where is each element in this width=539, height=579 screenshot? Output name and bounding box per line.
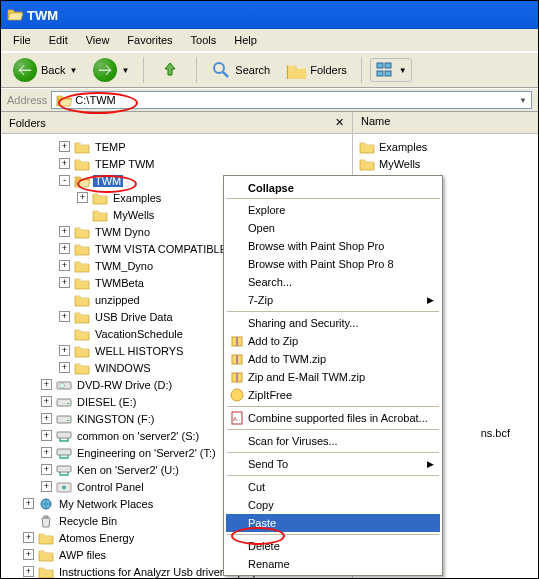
context-menu: CollapseExploreOpenBrowse with Paint Sho…	[223, 175, 443, 576]
ctx-item-sharing-and-security[interactable]: Sharing and Security...	[226, 314, 440, 332]
collapse-icon[interactable]: -	[59, 175, 70, 186]
title-bar: TWM	[1, 1, 538, 29]
window-folder-icon	[7, 7, 23, 23]
expand-icon[interactable]: +	[59, 226, 70, 237]
expand-icon[interactable]: +	[59, 260, 70, 271]
expand-icon[interactable]: +	[59, 362, 70, 373]
menu-favorites[interactable]: Favorites	[121, 32, 178, 48]
ctx-item-combine-supported-files-in-acrobat[interactable]: ACombine supported files in Acrobat...	[226, 409, 440, 427]
expand-icon[interactable]: +	[41, 481, 52, 492]
expand-icon[interactable]: +	[23, 566, 34, 577]
ctx-item-paste[interactable]: Paste	[226, 514, 440, 532]
svg-point-8	[214, 63, 224, 73]
folder-icon	[38, 548, 54, 562]
menu-bar: File Edit View Favorites Tools Help	[1, 29, 538, 52]
expand-icon[interactable]: +	[77, 192, 88, 203]
drive-net-icon	[56, 446, 72, 460]
expand-icon[interactable]: +	[23, 532, 34, 543]
expand-icon[interactable]: +	[41, 379, 52, 390]
svg-line-9	[223, 72, 228, 77]
menu-file[interactable]: File	[7, 32, 37, 48]
tree-node-label: common on 'server2' (S:)	[75, 430, 201, 442]
ctx-item-zip-and-e-mail-twm-zip[interactable]: Zip and E-Mail TWM.zip	[226, 368, 440, 386]
views-button[interactable]: ▼	[370, 58, 412, 82]
expand-icon[interactable]: +	[41, 464, 52, 475]
menu-tools[interactable]: Tools	[185, 32, 223, 48]
ctx-separator	[227, 534, 439, 535]
folder-icon	[74, 259, 90, 273]
tree-node-label: USB Drive Data	[93, 311, 175, 323]
forward-button[interactable]: 🡢 ▼	[87, 55, 135, 85]
drive-icon	[56, 395, 72, 409]
svg-point-20	[231, 389, 243, 401]
ctx-item-search[interactable]: Search...	[226, 273, 440, 291]
ctx-item-open[interactable]: Open	[226, 219, 440, 237]
list-item[interactable]: Examples	[359, 138, 532, 155]
expand-icon[interactable]: +	[59, 277, 70, 288]
submenu-arrow-icon: ▶	[427, 459, 434, 469]
pdf-icon: A	[229, 410, 245, 426]
expand-icon[interactable]: +	[23, 549, 34, 560]
expand-icon[interactable]: +	[59, 158, 70, 169]
expand-icon[interactable]: +	[23, 498, 34, 509]
folders-button[interactable]: Folders	[280, 58, 353, 82]
tree-node-label: KINGSTON (F:)	[75, 413, 156, 425]
address-field[interactable]: C:\TWM ▼	[51, 91, 532, 109]
folder-icon	[74, 140, 90, 154]
expand-icon[interactable]: +	[41, 430, 52, 441]
ctx-item-add-to-twm-zip[interactable]: Add to TWM.zip	[226, 350, 440, 368]
spacer	[59, 328, 70, 339]
ctx-item-add-to-zip[interactable]: Add to Zip	[226, 332, 440, 350]
ctx-item-copy[interactable]: Copy	[226, 496, 440, 514]
expand-icon[interactable]: +	[41, 447, 52, 458]
tree-node-label: AWP files	[57, 549, 108, 561]
expand-icon[interactable]: +	[59, 243, 70, 254]
ctx-item-send-to[interactable]: Send To▶	[226, 455, 440, 473]
ctx-item-browse-with-paint-shop-pro-8[interactable]: Browse with Paint Shop Pro 8	[226, 255, 440, 273]
expand-icon[interactable]: +	[59, 141, 70, 152]
folder-icon	[92, 208, 108, 222]
menu-help[interactable]: Help	[228, 32, 263, 48]
views-icon	[375, 61, 395, 79]
ctx-separator	[227, 311, 439, 312]
folder-icon	[74, 157, 90, 171]
ctx-item-delete[interactable]: Delete	[226, 537, 440, 555]
menu-edit[interactable]: Edit	[43, 32, 74, 48]
expand-icon[interactable]: +	[41, 413, 52, 424]
list-item[interactable]: MyWells	[359, 155, 532, 172]
folder-icon	[74, 344, 90, 358]
column-header-name[interactable]: Name	[353, 112, 538, 134]
folder-icon	[92, 191, 108, 205]
ctx-item-rename[interactable]: Rename	[226, 555, 440, 573]
ctx-separator	[227, 406, 439, 407]
folder-icon	[38, 565, 54, 579]
ctx-item-zipitfree[interactable]: ZipItFree	[226, 386, 440, 404]
back-button[interactable]: 🡠 Back ▼	[7, 55, 83, 85]
tree-node-label: Recycle Bin	[57, 515, 119, 527]
ctx-item-explore[interactable]: Explore	[226, 201, 440, 219]
tree-node-label: Examples	[111, 192, 163, 204]
expand-icon[interactable]: +	[59, 311, 70, 322]
tree-node-label: TWMBeta	[93, 277, 146, 289]
ctx-item-7-zip[interactable]: 7-Zip▶	[226, 291, 440, 309]
ctx-item-scan-for-viruses[interactable]: Scan for Viruses...	[226, 432, 440, 450]
tree-node-label: unzipped	[93, 294, 142, 306]
expand-icon[interactable]: +	[41, 396, 52, 407]
recycle-icon	[38, 514, 54, 528]
search-button[interactable]: Search	[205, 57, 276, 83]
folder-icon	[74, 327, 90, 341]
folder-icon	[74, 293, 90, 307]
search-icon	[211, 60, 231, 80]
tree-node-label: WELL HISTORYS	[93, 345, 185, 357]
ctx-item-cut[interactable]: Cut	[226, 478, 440, 496]
tree-node[interactable]: +TEMP TWM	[5, 155, 352, 172]
menu-view[interactable]: View	[80, 32, 116, 48]
ctx-separator	[227, 452, 439, 453]
up-button[interactable]	[152, 55, 188, 85]
expand-icon[interactable]: +	[59, 345, 70, 356]
tree-node[interactable]: +TEMP	[5, 138, 352, 155]
ctx-item-browse-with-paint-shop-pro[interactable]: Browse with Paint Shop Pro	[226, 237, 440, 255]
tree-node-label: MyWells	[111, 209, 156, 221]
close-pane-button[interactable]: ✕	[335, 116, 344, 129]
svg-rect-11	[385, 63, 391, 68]
